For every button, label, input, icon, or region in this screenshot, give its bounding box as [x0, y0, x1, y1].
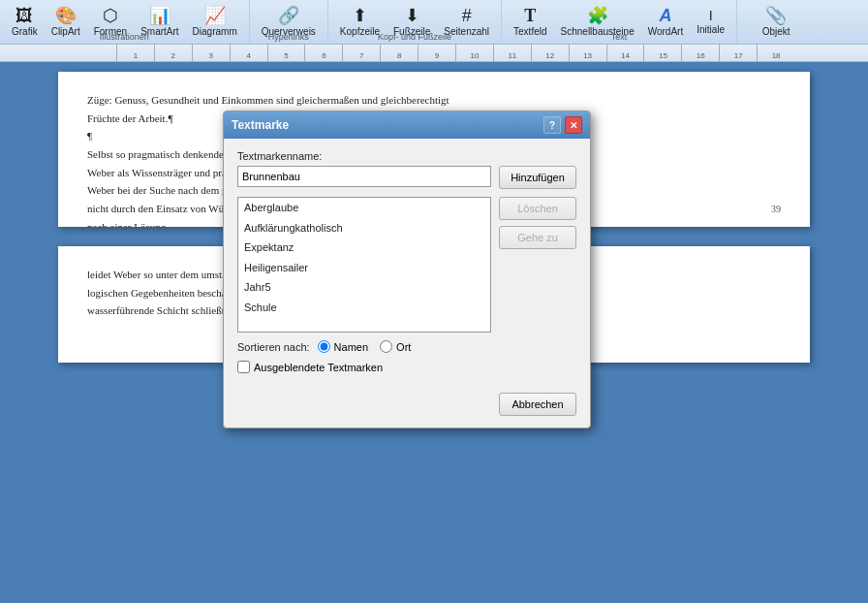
ruler-mark-9: 9	[418, 45, 455, 62]
textmarke-dialog: Textmarke ? ✕ Textmarkenname: Hinzufügen…	[223, 111, 591, 428]
seitenzahl-icon: #	[462, 7, 472, 24]
ausgeblendete-checkbox[interactable]	[237, 361, 250, 373]
initiale-icon: I	[709, 9, 713, 22]
dialog-input-row: Hinzufügen	[237, 166, 576, 189]
ruler-mark-11: 11	[493, 45, 531, 62]
wordart-icon: A	[659, 7, 671, 24]
ausgeblendete-label: Ausgeblendete Textmarken	[254, 362, 383, 373]
objekt-icon: 📎	[765, 7, 787, 24]
dialog-right-buttons: Löschen Gehe zu	[499, 197, 576, 249]
list-item[interactable]: Jahr5	[238, 277, 490, 298]
loeschen-button[interactable]: Löschen	[499, 197, 576, 220]
ruler-mark-6: 6	[304, 45, 342, 62]
sort-section: Sortieren nach: Namen Ort	[237, 340, 576, 353]
sort-namen-label: Namen	[334, 341, 368, 353]
dialog-section-row: Aberglaube Aufklärungkatholisch Expektan…	[237, 197, 576, 333]
sort-namen-radio[interactable]	[318, 340, 330, 353]
formen-icon: ⬡	[103, 7, 118, 24]
ruler-mark-2: 2	[154, 45, 192, 62]
hyperlinks-label: Hyperlinks	[250, 32, 327, 42]
grafik-icon: 🖼	[16, 7, 33, 24]
diagramm-icon: 📈	[204, 7, 226, 24]
ruler: 1 2 3 4 5 6 7 8 9 10 11 12 13 14 15 16 1…	[0, 45, 868, 62]
list-item[interactable]: Schule	[238, 298, 490, 318]
ribbon-group-objekt: 📎 Objekt	[737, 0, 815, 44]
sort-ort-label: Ort	[396, 341, 411, 353]
ribbon: 🖼 Grafik 🎨 ClipArt ⬡ Formen 📊 SmartArt 📈…	[0, 0, 868, 45]
dialog-help-button[interactable]: ?	[543, 116, 561, 134]
objekt-label: Objekt	[762, 26, 790, 37]
dialog-title-controls: ? ✕	[543, 116, 582, 134]
sort-ort-radio[interactable]	[380, 340, 392, 353]
schnellbausteine-icon: 🧩	[587, 7, 608, 24]
illustrationen-label: Illustrationen	[0, 32, 249, 42]
ruler-mark-16: 16	[681, 45, 719, 62]
dialog-title-bar: Textmarke ? ✕	[224, 111, 590, 139]
ruler-mark-10: 10	[455, 45, 493, 62]
ruler-mark-7: 7	[342, 45, 380, 62]
ruler-marks: 1 2 3 4 5 6 7 8 9 10 11 12 13 14 15 16 1…	[116, 45, 794, 62]
checkbox-row: Ausgeblendete Textmarken	[237, 361, 576, 373]
list-item[interactable]: Aberglaube	[238, 198, 490, 218]
kopfzeile-icon: ⬆	[353, 7, 367, 24]
text-section-label: Text	[502, 32, 736, 42]
ruler-mark-14: 14	[606, 45, 644, 62]
abbrechen-button[interactable]: Abbrechen	[499, 393, 576, 416]
dialog-close-button[interactable]: ✕	[565, 116, 582, 134]
ruler-mark-4: 4	[230, 45, 267, 62]
list-item[interactable]: Heiligensailer	[238, 258, 490, 278]
list-item[interactable]: Aufklärungkatholisch	[238, 218, 490, 238]
ribbon-group-kopf: ⬆ Kopfzeile ⬇ Fußzeile # Seitenzahl Kopf…	[328, 0, 502, 44]
sort-ort-option[interactable]: Ort	[380, 340, 411, 353]
fusszeile-icon: ⬇	[405, 7, 419, 24]
gehe-zu-button[interactable]: Gehe zu	[499, 226, 576, 249]
smartart-icon: 📊	[149, 7, 170, 24]
textmarke-listbox[interactable]: Aberglaube Aufklärungkatholisch Expektan…	[237, 197, 491, 333]
clipart-icon: 🎨	[55, 7, 77, 24]
kopf-label: Kopf- und Fußzeile	[328, 32, 501, 42]
ruler-mark-5: 5	[267, 45, 305, 62]
ribbon-group-illustrationen: 🖼 Grafik 🎨 ClipArt ⬡ Formen 📊 SmartArt 📈…	[0, 0, 250, 44]
textfeld-icon: T	[524, 7, 536, 24]
ruler-mark-8: 8	[380, 45, 418, 62]
page-number: 39	[771, 202, 781, 217]
dialog-buttons-col: Hinzufügen	[499, 166, 576, 189]
list-item[interactable]: Expektanz	[238, 238, 490, 258]
sort-label: Sortieren nach:	[237, 341, 310, 353]
dialog-footer: Abbrechen	[224, 385, 590, 428]
ruler-mark-13: 13	[569, 45, 606, 62]
page-line-1: Züge: Genuss, Gesundheit und Einkommen s…	[87, 91, 781, 110]
ruler-mark-18: 18	[757, 45, 794, 62]
ruler-mark-1: 1	[116, 45, 154, 62]
dialog-body: Textmarkenname: Hinzufügen Aberglaube Au…	[224, 139, 590, 385]
ruler-mark-17: 17	[719, 45, 757, 62]
document-area: Züge: Genuss, Gesundheit und Einkommen s…	[0, 62, 868, 603]
ruler-mark-15: 15	[643, 45, 681, 62]
textmarkenname-input[interactable]	[237, 166, 491, 187]
ribbon-group-text: T Textfeld 🧩 Schnellbausteine A WordArt …	[502, 0, 737, 44]
ruler-mark-3: 3	[192, 45, 230, 62]
sort-namen-option[interactable]: Namen	[318, 340, 368, 353]
objekt-button[interactable]: 📎 Objekt	[757, 2, 796, 41]
dialog-title: Textmarke	[232, 118, 289, 132]
sort-radio-group: Namen Ort	[318, 340, 412, 353]
ribbon-group-hyperlinks: 🔗 Querverweis Hyperlinks	[250, 0, 328, 44]
ruler-mark-12: 12	[531, 45, 569, 62]
hinzufuegen-button[interactable]: Hinzufügen	[499, 166, 576, 189]
textmarkenname-label: Textmarkenname:	[237, 150, 576, 162]
querverweis-icon: 🔗	[278, 7, 299, 24]
